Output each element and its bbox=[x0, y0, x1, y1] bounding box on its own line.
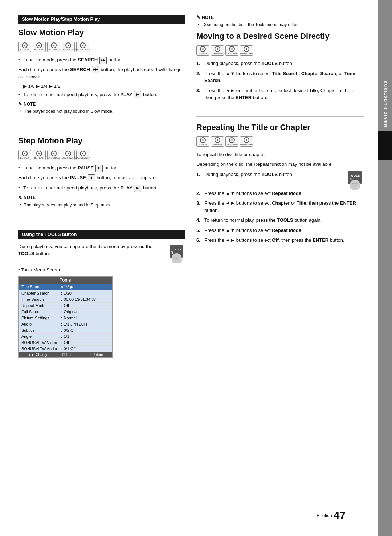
tools-hand2: ☞ bbox=[350, 180, 360, 190]
moving-step1: 1. During playback, press the TOOLS butt… bbox=[196, 60, 364, 67]
page-language: English bbox=[317, 513, 332, 518]
step-motion-bullet2: To return to normal speed playback, pres… bbox=[18, 184, 185, 192]
two-col-layout: Slow Motion Play/Step Motion Play Slow M… bbox=[18, 15, 364, 521]
repeating-disc-icons: BD-ROM BD-RE/-R DVD-VIDEO DVDxRW/xR bbox=[196, 136, 364, 147]
step-motion-bullet1: In pause mode, press the PAUSE ⏸ button. bbox=[18, 164, 185, 172]
right-top-note: NOTE Depending on the disc, the Tools me… bbox=[196, 15, 364, 28]
left-column: Slow Motion Play/Step Motion Play Slow M… bbox=[18, 15, 185, 521]
tools-row-bonusview-video: BONUSVIEW Video : Off bbox=[19, 340, 112, 346]
divider2 bbox=[18, 224, 185, 224]
repeating-step1: 1. During playback, press the TOOLS butt… bbox=[196, 171, 344, 178]
disc-icon-bd-re3: BD-RE/-R bbox=[211, 45, 224, 56]
disc-icon-dvdrw2: DVDxRW/xR bbox=[62, 150, 75, 160]
disc-icon-bd-re4: BD-RE/-R bbox=[211, 136, 224, 147]
note-item-slow: The player does not play sound in Slow m… bbox=[18, 108, 185, 115]
slow-motion-note: NOTE The player does not play sound in S… bbox=[18, 101, 185, 115]
chapter-label: Basic Functions bbox=[383, 80, 388, 127]
tools-row-repeat-mode: Repeat Mode : Off bbox=[19, 303, 112, 309]
disc-icon-dvd-video4: DVD-VIDEO bbox=[225, 136, 238, 147]
pause-btn-icon2: ⏸ bbox=[88, 174, 95, 181]
disc-icon-divx2: DivX/MKV/MP4 bbox=[76, 150, 89, 160]
repeating-title: Repeating the Title or Chapter bbox=[196, 123, 364, 132]
tools-row-chapter-search: Chapter Search : 1/20 bbox=[19, 290, 112, 296]
step-motion-disc-icons: BD-ROM BD-RE/-R DVD-VIDEO DVDxRW/xR bbox=[18, 150, 185, 160]
disc-icon-dvd-video2: DVD-VIDEO bbox=[47, 150, 60, 160]
slow-motion-disc-icons: BD-ROM BD-RE/-R DVD-VIDEO DVDxRW/xR bbox=[18, 42, 185, 52]
tools-row-full-screen: Full Screen : Original bbox=[19, 309, 112, 315]
repeating-step3: 3. Press the ◄► buttons to select Chapte… bbox=[196, 200, 364, 214]
disc-icon-bd-rom: BD-ROM bbox=[18, 42, 31, 52]
slow-motion-section: Slow Motion Play BD-ROM BD-RE/-R bbox=[18, 28, 185, 118]
disc-icon-dvd-video: DVD-VIDEO bbox=[47, 42, 60, 52]
step-motion-para1: Each time you press the PAUSE ⏸ button, … bbox=[18, 174, 185, 182]
tools-row-title-search: Title Search ◄ 1/2 ▶ bbox=[19, 284, 112, 290]
repeating-para1: To repeat the disc title or chapter. bbox=[196, 151, 364, 158]
tools-button-icon: TOOLS🖱 ☞ bbox=[170, 245, 185, 263]
step-motion-note: NOTE The player does not play sound in S… bbox=[18, 195, 185, 208]
disc-icon-bd-re: BD-RE/-R bbox=[33, 42, 46, 52]
disc-icon-dvdrw4: DVDxRW/xR bbox=[240, 136, 253, 147]
disc-icon-bd-re2: BD-RE/-R bbox=[33, 150, 46, 160]
tools-row-subtitle: Subtitle : 0/2 Off bbox=[19, 327, 112, 334]
side-tab-black bbox=[378, 131, 392, 160]
moving-scene-disc-icons: BD-ROM BD-RE/-R DVD-VIDEO DVDxRW/xR bbox=[196, 45, 364, 56]
main-content: Slow Motion Play/Step Motion Play Slow M… bbox=[0, 0, 378, 536]
slow-motion-bullet2: To return to normal speed playback, pres… bbox=[18, 91, 185, 99]
disc-icon-bd-rom4: BD-ROM bbox=[196, 136, 209, 147]
moving-step3: 3. Press the ◄► or number button to sele… bbox=[196, 87, 364, 101]
tools-menu-label: • Tools Menu Screen bbox=[18, 266, 185, 274]
note-item-step: The player does not play sound in Step m… bbox=[18, 202, 185, 208]
tools-menu-footer: ◄► Change ⊡ Enter ↩ Return bbox=[19, 352, 112, 357]
note-label-right: NOTE bbox=[196, 15, 364, 20]
tools-btn-container: During playback, you can operate the dis… bbox=[18, 243, 185, 263]
pause-btn-icon: ⏸ bbox=[95, 165, 103, 172]
tools-menu-title: Tools bbox=[19, 277, 112, 284]
tools-row-picture-settings: Picture Settings : Normal bbox=[19, 315, 112, 321]
note-item-right: Depending on the disc, the Tools menu ma… bbox=[196, 21, 364, 28]
repeating-step2: 2. Press the ▲▼ buttons to select Repeat… bbox=[196, 190, 364, 197]
tools-row-time-search: Time Search : 00:00:13/01:34:37 bbox=[19, 296, 112, 303]
tools-row-angle: Angle : 1/1 bbox=[19, 334, 112, 340]
disc-icon-bd-rom3: BD-ROM bbox=[196, 45, 209, 56]
repeating-step5: 5. Press the ▲▼ buttons to select Repeat… bbox=[196, 227, 364, 234]
repeating-step6: 6. Press the ◄► buttons to select Off, t… bbox=[196, 237, 364, 244]
note-label-step: NOTE bbox=[18, 195, 185, 200]
page-number: 47 bbox=[334, 509, 346, 521]
repeating-step1-row: 1. During playback, press the TOOLS butt… bbox=[196, 171, 364, 190]
step-motion-section: Step Motion Play BD-ROM BD-RE/-R DVD bbox=[18, 136, 185, 211]
disc-icon-bd-rom2: BD-ROM bbox=[18, 150, 31, 160]
disc-icon-dvdrw3: DVDxRW/xR bbox=[240, 45, 253, 56]
repeating-para2: Depending on the disc, the Repeat functi… bbox=[196, 161, 364, 168]
tools-hand-icon: ☞ bbox=[172, 253, 182, 263]
speed-line: ▶ 1/8 ▶ 1/4 ▶ 1/2 bbox=[23, 83, 185, 89]
tools-menu-screen: Tools Title Search ◄ 1/2 ▶ Chapter Searc… bbox=[18, 276, 113, 358]
right-column: NOTE Depending on the disc, the Tools me… bbox=[196, 15, 364, 521]
repeating-section: Repeating the Title or Chapter BD-ROM BD… bbox=[196, 123, 364, 247]
note-label-slow: NOTE bbox=[18, 101, 185, 107]
repeating-step4: 4. To return to normal play, press the T… bbox=[196, 217, 364, 224]
disc-icon-divx: DivX/MKV/MP4 bbox=[76, 42, 89, 52]
tools-button-icon2: TOOLS🖱 ☞ bbox=[348, 171, 364, 190]
tools-section: During playback, you can operate the dis… bbox=[18, 243, 185, 358]
play-btn-icon2: ▶ bbox=[134, 185, 141, 192]
slow-motion-bullet1: In pause mode, press the SEARCH ▶▶ butto… bbox=[18, 56, 185, 64]
tools-para: During playback, you can operate the dis… bbox=[18, 243, 166, 257]
disc-icon-dvdrw: DVDxRW/xR bbox=[62, 42, 75, 52]
search-btn-icon: ▶▶ bbox=[99, 57, 107, 64]
tools-row-audio: Audio : 1/1 JPN 2CH bbox=[19, 321, 112, 327]
moving-scene-title: Moving to a Desired Scene Directly bbox=[196, 32, 364, 41]
side-tab: Basic Functions bbox=[378, 0, 392, 536]
play-btn-icon: ▶ bbox=[134, 91, 141, 98]
disc-icon-dvd-video3: DVD-VIDEO bbox=[225, 45, 238, 56]
moving-step2: 2. Press the ▲▼ buttons to select Title … bbox=[196, 70, 364, 84]
section-header-tools: Using the TOOLS button bbox=[18, 230, 185, 239]
section-header-slow-motion: Slow Motion Play/Step Motion Play bbox=[18, 15, 185, 24]
step-motion-title: Step Motion Play bbox=[18, 136, 185, 146]
slow-motion-title: Slow Motion Play bbox=[18, 28, 185, 37]
tools-row-bonusview-audio: BONUSVIEW Audio : 0/1 Off bbox=[19, 346, 112, 352]
divider3 bbox=[196, 116, 364, 117]
page-footer: English 47 bbox=[196, 509, 364, 521]
search-btn-icon2: ▶▶ bbox=[92, 66, 99, 73]
moving-scene-section: Moving to a Desired Scene Directly BD-RO… bbox=[196, 32, 364, 104]
slow-motion-para1: Each time you press the SEARCH ▶▶ button… bbox=[18, 66, 185, 81]
